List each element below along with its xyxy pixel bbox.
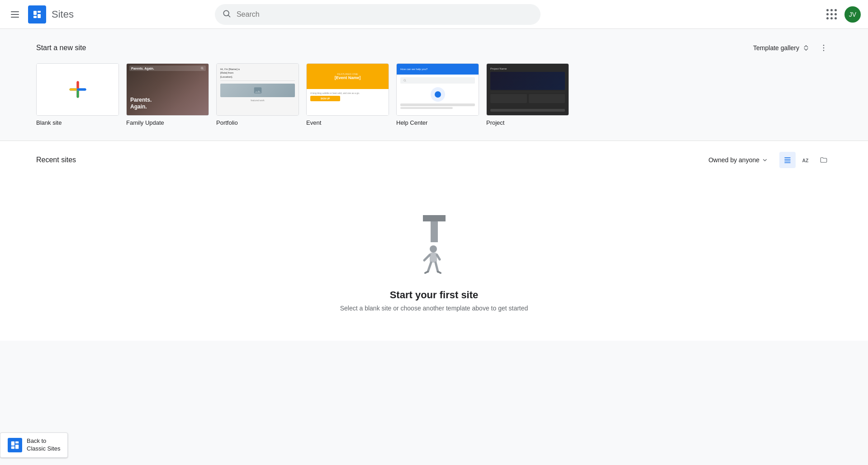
svg-rect-37 (11, 446, 14, 449)
svg-text:AZ: AZ (802, 158, 809, 163)
search-icon (222, 9, 231, 20)
empty-state: Start your first site Select a blank sit… (36, 179, 832, 330)
project-thumbnail: Project Name (486, 63, 569, 116)
recent-header: Recent sites Owned by anyone (36, 152, 832, 168)
dropdown-arrow-icon (761, 156, 768, 164)
header-right: JV (823, 5, 861, 23)
back-to-classic-button[interactable]: Back to Classic Sites (0, 432, 68, 458)
list-view-button[interactable] (779, 152, 796, 168)
template-section-header: Start a new site Template gallery (36, 40, 832, 56)
blank-thumbnail (36, 63, 119, 116)
svg-rect-20 (784, 159, 791, 160)
expand-icon (802, 44, 810, 52)
more-options-button[interactable] (816, 40, 832, 56)
svg-line-33 (438, 272, 441, 273)
help-center-label: Help Center (396, 119, 479, 126)
apps-button[interactable] (823, 5, 841, 23)
view-icons: AZ (779, 152, 832, 168)
portfolio-thumbnail: Hi, I'm [Name] a[Role] from[Location]. f… (216, 63, 299, 116)
template-help-center[interactable]: How can we help you? (396, 63, 479, 126)
plus-icon (67, 79, 89, 100)
template-blank[interactable]: Blank site (36, 63, 119, 126)
start-new-site-title: Start a new site (36, 44, 86, 52)
svg-rect-3 (33, 16, 37, 18)
svg-line-29 (437, 255, 440, 259)
svg-line-5 (228, 15, 230, 17)
recent-sites-title: Recent sites (36, 156, 76, 164)
svg-rect-22 (784, 162, 791, 163)
folder-icon (820, 156, 828, 164)
menu-button[interactable] (7, 8, 23, 21)
empty-illustration (407, 206, 461, 278)
svg-rect-19 (784, 157, 791, 158)
search-input[interactable] (215, 4, 541, 25)
more-vert-icon (819, 43, 828, 52)
template-section: Start a new site Template gallery (0, 29, 868, 141)
svg-rect-1 (38, 11, 41, 13)
main-content: Start a new site Template gallery (0, 29, 868, 341)
folder-button[interactable] (816, 152, 832, 168)
svg-point-6 (823, 45, 825, 46)
svg-rect-34 (11, 442, 14, 446)
help-center-thumbnail: How can we help you? (396, 63, 479, 116)
svg-line-30 (428, 263, 431, 272)
svg-point-17 (404, 80, 406, 81)
template-project[interactable]: Project Name Project (486, 63, 569, 126)
sort-button[interactable]: AZ (797, 152, 814, 168)
svg-rect-21 (784, 161, 791, 162)
recent-section: Recent sites Owned by anyone (0, 141, 868, 341)
svg-line-31 (436, 263, 438, 272)
svg-line-18 (405, 81, 406, 81)
app-name: Sites (52, 9, 74, 20)
blank-label: Blank site (36, 119, 119, 126)
family-update-label: Family Update (126, 119, 209, 126)
svg-rect-2 (38, 14, 41, 18)
svg-line-16 (203, 69, 203, 69)
list-view-icon (783, 156, 792, 164)
empty-title: Start your first site (390, 289, 479, 301)
project-label: Project (486, 119, 569, 126)
svg-rect-35 (15, 442, 19, 444)
svg-point-7 (823, 47, 825, 49)
sort-icon: AZ (802, 156, 810, 164)
svg-rect-36 (15, 445, 19, 449)
event-label: Event (306, 119, 389, 126)
template-event[interactable]: FEATURED ONE [Event Name] A long blog su… (306, 63, 389, 126)
app-logo (28, 5, 46, 23)
templates-grid: Blank site Parents. Again. Parents. (36, 63, 832, 126)
header-left: Sites (7, 5, 74, 23)
empty-subtitle: Select a blank site or choose another te… (340, 305, 528, 312)
portfolio-label: Portfolio (216, 119, 299, 126)
classic-sites-icon (8, 438, 22, 452)
svg-line-32 (425, 272, 428, 273)
svg-point-8 (823, 50, 825, 52)
svg-rect-25 (423, 215, 446, 221)
search-bar (215, 4, 541, 25)
svg-point-26 (430, 245, 437, 253)
svg-point-15 (201, 67, 203, 69)
svg-rect-0 (33, 11, 37, 15)
template-gallery-controls: Template gallery (749, 40, 832, 56)
svg-rect-27 (430, 253, 437, 263)
template-portfolio[interactable]: Hi, I'm [Name] a[Role] from[Location]. f… (216, 63, 299, 126)
avatar[interactable]: JV (844, 6, 861, 23)
recent-controls: Owned by anyone (705, 152, 832, 168)
event-thumbnail: FEATURED ONE [Event Name] A long blog su… (306, 63, 389, 116)
template-gallery-button[interactable]: Template gallery (749, 41, 814, 55)
owned-by-anyone-button[interactable]: Owned by anyone (705, 154, 772, 166)
back-classic-text: Back to Classic Sites (27, 437, 60, 453)
app-header: Sites JV (0, 0, 868, 29)
family-update-thumbnail: Parents. Again. Parents. Again. (126, 63, 209, 116)
svg-line-28 (424, 255, 430, 260)
template-family-update[interactable]: Parents. Again. Parents. Again. Family U… (126, 63, 209, 126)
